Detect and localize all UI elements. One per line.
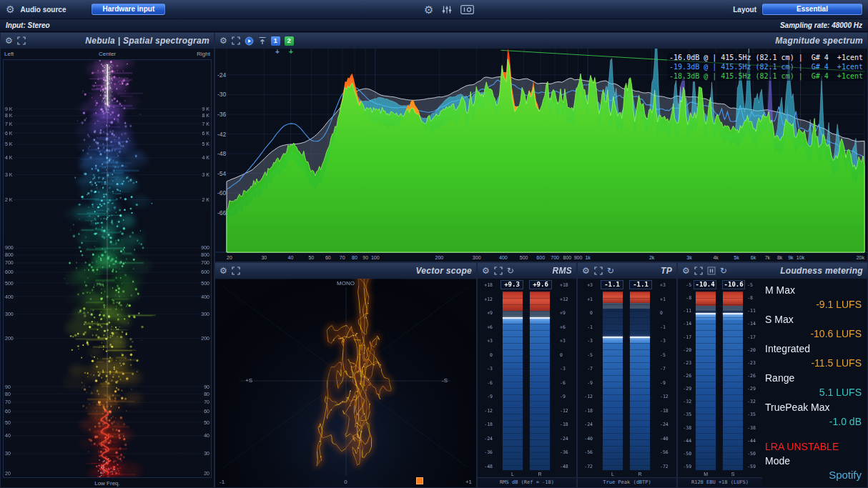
meter-scale-label: -12 — [660, 394, 675, 399]
mixer-sliders-icon[interactable] — [442, 5, 452, 14]
meter-scale-label: -24 — [560, 436, 575, 442]
freq-tick-label: 8 K — [5, 113, 18, 118]
loudness-stat-value: 5.1 LUFS — [765, 385, 862, 399]
meter-scale-label: -12 — [479, 408, 493, 414]
refresh-icon[interactable]: ↻ — [720, 267, 727, 275]
meter-scale-label: -26 — [747, 373, 761, 379]
peak-hold-icon[interactable] — [258, 36, 267, 45]
channel-1-badge[interactable]: 1 — [271, 36, 280, 46]
freq-tick-label: 9 K — [5, 106, 18, 111]
fullscreen-icon[interactable] — [594, 267, 603, 275]
channel-2-badge[interactable]: 2 — [285, 36, 294, 46]
meter-scale-label: +18 — [479, 282, 493, 288]
freq-tick-label: 7k — [765, 255, 771, 260]
freq-tick-label: 300 — [197, 312, 209, 317]
loudness-bar-m — [695, 291, 716, 471]
freq-tick-label: 8 K — [197, 113, 209, 118]
freq-tick-label: 60 — [5, 409, 18, 414]
loudness-stat-value: -9.1 LUFS — [765, 297, 862, 312]
freq-tick-label: 200 — [197, 336, 209, 341]
meter-scale-label: -56 — [579, 449, 593, 455]
essential-layout-button[interactable]: Essential — [762, 4, 862, 15]
gear-icon[interactable]: ⚙ — [682, 267, 690, 275]
spectrum-readout: -19.3dB @ | 415.5Hz (82.1 cm) | G# 4 +1c… — [667, 62, 865, 71]
freq-tick-label: 800 — [5, 252, 18, 257]
freq-tick-label: 400 — [499, 255, 508, 260]
meter-scale-label: -12 — [560, 408, 575, 414]
refresh-icon[interactable]: ↻ — [607, 267, 614, 275]
loudness-scale-right: -5-8-11-14-17-20-23-26-29-32-35-38-44-50… — [746, 280, 761, 478]
gear-icon[interactable]: ⚙ — [5, 36, 13, 45]
loudness-scale-left: -5-8-11-14-17-20-23-26-29-32-35-38-44-50… — [679, 280, 692, 478]
audio-source-label: Audio source — [21, 6, 66, 14]
freq-tick-label: 40 — [197, 433, 209, 438]
settings-gear-icon[interactable]: ⚙ — [6, 4, 15, 14]
vectorscope-plot: MONO +S -S -1 0 +1 — [215, 279, 476, 487]
db-tick-label: -60 — [217, 189, 227, 196]
meter-scale-label: -59 — [747, 464, 761, 469]
freq-tick-label: 5k — [734, 255, 739, 260]
meter-scale-label: -18 — [579, 408, 593, 414]
freq-tick-label: 6 K — [5, 130, 18, 135]
lra-warning: LRA UNSTABLE — [765, 439, 862, 454]
freq-tick-label: 70 — [5, 399, 18, 404]
db-tick-label: -24 — [217, 71, 227, 79]
freq-tick-label: 900 — [197, 245, 209, 250]
freq-tick-label: 800 — [563, 255, 572, 260]
freq-tick-label: 20 — [227, 255, 232, 260]
tp-scale-right: +3+10-1-3-5-7-9-12-18-24-40-56-72 — [659, 280, 675, 478]
fullscreen-icon[interactable] — [17, 36, 26, 45]
meter-scale-label: +12 — [560, 297, 575, 302]
freq-tick-label: 4 K — [5, 155, 18, 160]
gear-icon[interactable]: ⚙ — [424, 4, 433, 15]
freq-tick-label: 30 — [5, 450, 18, 455]
freq-tick-label: 2k — [649, 255, 655, 260]
layout-label: Layout — [733, 6, 756, 14]
db-tick-label: -48 — [217, 150, 227, 157]
spectrum-readout: -16.0dB @ | 415.5Hz (82.1 cm) | G# 4 +1c… — [667, 53, 865, 62]
tp-bar-right — [629, 291, 651, 471]
meter-scale-label: -26 — [679, 373, 691, 379]
freq-tick-label: 40 — [288, 255, 294, 260]
refresh-icon[interactable]: ↻ — [507, 267, 514, 275]
meter-scale-label: 0 — [579, 310, 593, 316]
fullscreen-icon[interactable] — [694, 267, 703, 275]
hardware-input-button[interactable]: Hardware input — [92, 4, 165, 15]
meter-scale-label: -35 — [747, 412, 761, 417]
mode-value[interactable]: Spotify — [765, 468, 862, 482]
tp-header: ⚙ ↻ TP — [578, 263, 676, 279]
meter-scale-label: -17 — [747, 334, 761, 340]
meter-scale-label: +3 — [479, 338, 493, 344]
rms-footer: RMS dB (Ref = -18) — [478, 477, 576, 487]
meter-scale-label: -36 — [560, 449, 575, 455]
play-icon[interactable] — [245, 36, 254, 46]
tp-title: TP — [661, 266, 672, 276]
db-tick-label: -42 — [217, 131, 227, 138]
tp-value-left: -1.1 — [601, 280, 623, 289]
meter-scale-label: -20 — [679, 347, 691, 353]
meter-scale-label: -59 — [679, 464, 691, 469]
freq-tick-label: 60 — [325, 255, 331, 260]
freq-tick-label: 9 K — [197, 106, 209, 111]
fullscreen-icon[interactable] — [494, 267, 503, 275]
freq-tick-label: 500 — [197, 280, 209, 285]
gear-icon[interactable]: ⚙ — [220, 267, 227, 275]
spectrogram-canvas — [4, 60, 211, 477]
meter-scale-label: -18 — [660, 408, 675, 414]
meter-scale-label: -1 — [660, 324, 675, 330]
peak-hold-line — [603, 337, 623, 338]
gear-icon[interactable]: ⚙ — [220, 36, 227, 45]
gear-icon[interactable]: ⚙ — [482, 267, 490, 275]
meter-scale-label: -50 — [679, 451, 691, 457]
io-routing-icon[interactable] — [460, 5, 474, 14]
pause-icon[interactable] — [707, 267, 716, 275]
loudness-value-m: -10.4 — [694, 280, 716, 289]
rms-scale-right: +18+12+9+6+30-3-6-9-12-18-24-36-48 — [559, 280, 575, 478]
freq-scale-left: 9 K8 K7 K6 K5 K4 K3 K2 K9008007006005004… — [5, 60, 18, 477]
peak-hold-line — [696, 313, 716, 314]
meter-scale-label: 0 — [560, 352, 575, 358]
tp-bar-left — [602, 291, 623, 471]
fullscreen-icon[interactable] — [232, 267, 240, 275]
gear-icon[interactable]: ⚙ — [582, 267, 590, 275]
fullscreen-icon[interactable] — [232, 36, 240, 45]
